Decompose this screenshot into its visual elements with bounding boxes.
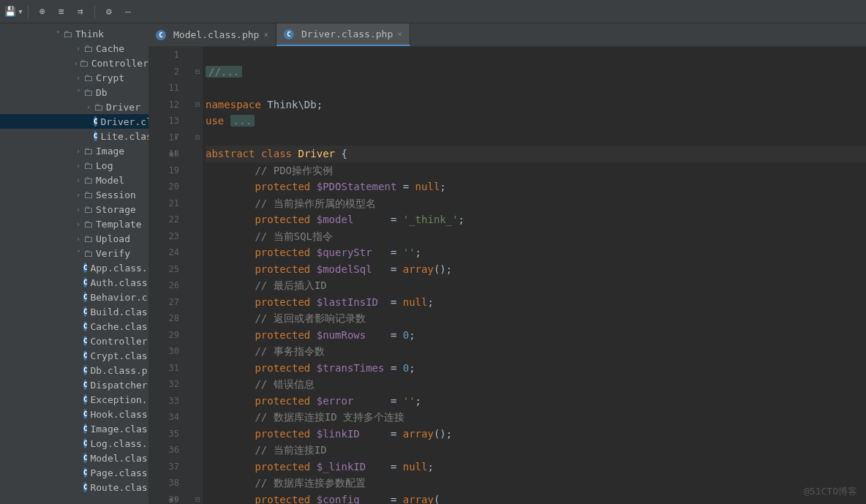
code-line[interactable]: protected $config = array( <box>206 492 866 505</box>
tree-folder[interactable]: ›🗀Image <box>0 143 148 158</box>
fold-marker[interactable] <box>192 327 203 344</box>
code-line[interactable]: protected $error = ''; <box>206 393 866 410</box>
code-line[interactable]: //... <box>206 64 866 80</box>
code-line[interactable]: // 数据库连接ID 支持多个连接 <box>206 409 866 426</box>
code-line[interactable] <box>206 47 866 64</box>
fold-marker[interactable] <box>192 228 203 245</box>
tree-folder[interactable]: ›🗀Cache <box>0 41 148 56</box>
code-line[interactable]: // 最后插入ID <box>206 277 866 294</box>
code-line[interactable]: // 数据库连接参数配置 <box>206 475 866 492</box>
tree-folder[interactable]: ›🗀Storage <box>0 202 148 217</box>
fold-marker[interactable]: ⊟ <box>192 97 203 113</box>
editor-tab[interactable]: CModel.class.php× <box>148 23 276 46</box>
code-line[interactable]: protected $modelSql = array(); <box>206 261 866 278</box>
fold-marker[interactable] <box>192 475 203 492</box>
fold-marker[interactable] <box>192 211 203 228</box>
code-line[interactable]: // 当前连接ID <box>206 442 866 459</box>
code-line[interactable]: protected $model = '_think_'; <box>206 211 866 228</box>
code-line[interactable]: // 错误信息 <box>206 376 866 393</box>
fold-marker[interactable] <box>192 459 203 475</box>
fold-marker[interactable] <box>192 393 203 410</box>
fold-marker[interactable] <box>192 162 203 179</box>
fold-marker[interactable] <box>192 409 203 426</box>
minimize-icon[interactable]: — <box>120 4 136 20</box>
tree-folder[interactable]: ›🗀Template <box>0 217 148 231</box>
tree-file[interactable]: CRoute.class. <box>0 480 148 494</box>
fold-marker[interactable] <box>192 146 203 162</box>
fold-marker[interactable] <box>192 277 203 294</box>
tree-file[interactable]: CDb.class.php <box>0 363 148 377</box>
tree-folder[interactable]: ›🗀Crypt <box>0 70 148 85</box>
code-line[interactable]: // PDO操作实例 <box>206 162 866 179</box>
fold-marker[interactable]: ⊟ <box>192 492 203 505</box>
fold-marker[interactable] <box>192 442 203 459</box>
code-line[interactable]: protected $queryStr = ''; <box>206 244 866 261</box>
tree-file[interactable]: CBuild.class.p <box>0 304 148 319</box>
tree-file[interactable]: CLite.class <box>0 129 148 143</box>
code-line[interactable]: namespace Think\Db; <box>206 97 866 113</box>
tree-folder[interactable]: ˅🗀Think <box>0 26 148 41</box>
file-icon: C <box>83 380 87 390</box>
tree-folder[interactable]: ›🗀Upload <box>0 231 148 246</box>
tree-folder[interactable]: ›🗀Controller <box>0 56 148 70</box>
tree-folder[interactable]: ›🗀Log <box>0 158 148 173</box>
fold-marker[interactable]: ⊟ <box>192 129 203 146</box>
collapse-icon[interactable]: ⇉ <box>72 4 89 20</box>
code-line[interactable]: protected $lastInsID = null; <box>206 294 866 311</box>
fold-marker[interactable] <box>192 47 203 64</box>
code-line[interactable]: protected $numRows = 0; <box>206 327 866 344</box>
tree-file[interactable]: CHook.class.p <box>0 407 148 421</box>
tree-file[interactable]: CLog.class.ph <box>0 436 148 451</box>
tree-file[interactable]: CBehavior.cla <box>0 290 148 304</box>
fold-marker[interactable] <box>192 195 203 212</box>
tree-folder[interactable]: ›🗀Model <box>0 173 148 187</box>
close-icon[interactable]: × <box>397 29 402 39</box>
code-line[interactable]: protected $linkID = array(); <box>206 426 866 443</box>
tree-folder[interactable]: ›🗀Driver <box>0 99 148 114</box>
code-line[interactable]: protected $PDOStatement = null; <box>206 178 866 195</box>
tree-file[interactable]: CApp.class.ph <box>0 260 148 275</box>
fold-marker[interactable] <box>192 310 203 327</box>
tree-file[interactable]: CException.cl <box>0 392 148 407</box>
code-line[interactable]: protected $_linkID = null; <box>206 459 866 475</box>
fold-marker[interactable] <box>192 426 203 443</box>
tree-folder[interactable]: ˅🗀Verify <box>0 246 148 260</box>
tree-file[interactable]: CDispatcher.c <box>0 377 148 392</box>
gear-icon[interactable]: ⚙ <box>101 4 117 20</box>
code-line[interactable]: // 事务指令数 <box>206 343 866 360</box>
tree-file[interactable]: CController.cl <box>0 334 148 348</box>
fold-marker[interactable] <box>192 360 203 377</box>
code-line[interactable] <box>206 129 866 146</box>
fold-marker[interactable] <box>192 244 203 261</box>
fold-marker[interactable] <box>192 343 203 360</box>
tree-file[interactable]: CAuth.class.p <box>0 275 148 290</box>
tree-folder[interactable]: ›🗀Session <box>0 187 148 202</box>
tree-folder[interactable]: ˅🗀Db <box>0 85 148 99</box>
fold-marker[interactable] <box>192 261 203 278</box>
code-line[interactable] <box>206 80 866 97</box>
code-line[interactable]: // 当前操作所属的模型名 <box>206 195 866 212</box>
code-line[interactable]: // 返回或者影响记录数 <box>206 310 866 327</box>
close-icon[interactable]: × <box>263 30 268 40</box>
tree-file[interactable]: CImage.class. <box>0 421 148 436</box>
target-icon[interactable]: ⊕ <box>34 4 50 20</box>
tree-file[interactable]: CCache.class.p <box>0 319 148 334</box>
expand-icon[interactable]: ≡ <box>53 4 69 20</box>
fold-marker[interactable] <box>192 294 203 311</box>
editor-tab[interactable]: CDriver.class.php× <box>276 23 410 46</box>
fold-marker[interactable]: ⊟ <box>192 64 203 80</box>
tree-file[interactable]: CCrypt.class.p <box>0 348 148 363</box>
fold-marker[interactable] <box>192 113 203 129</box>
tree-file[interactable]: CDriver.cla <box>0 114 148 129</box>
code-editor[interactable]: //...namespace Think\Db;use ...abstract … <box>203 47 866 504</box>
fold-marker[interactable] <box>192 376 203 393</box>
tree-file[interactable]: CModel.class. <box>0 451 148 465</box>
code-line[interactable]: use ... <box>206 113 866 129</box>
save-dropdown[interactable]: 💾 ▾ <box>6 4 22 20</box>
code-line[interactable]: // 当前SQL指令 <box>206 228 866 245</box>
fold-marker[interactable] <box>192 80 203 97</box>
code-line[interactable]: protected $transTimes = 0; <box>206 360 866 377</box>
code-line[interactable]: abstract class Driver { <box>206 146 866 162</box>
fold-marker[interactable] <box>192 178 203 195</box>
tree-file[interactable]: CPage.class.p <box>0 465 148 480</box>
